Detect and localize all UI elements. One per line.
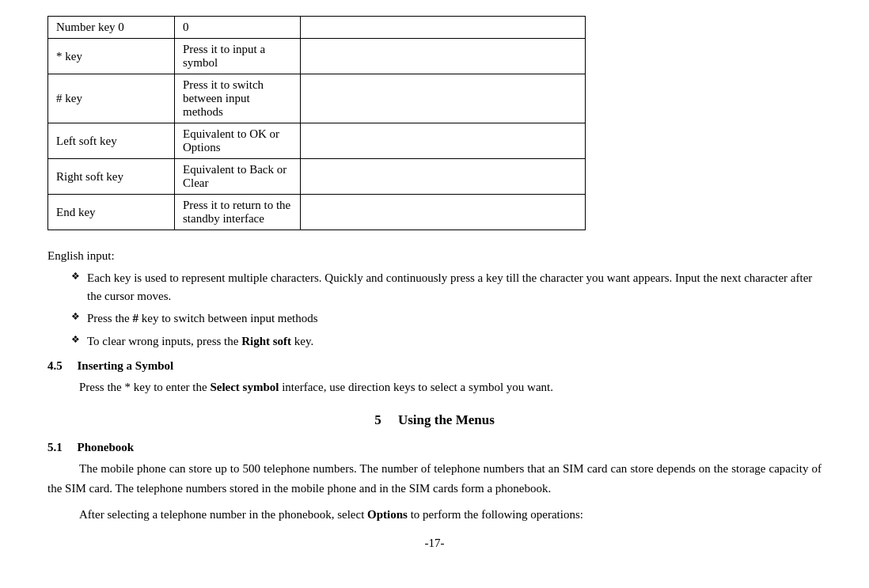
key-table: Number key 00* keyPress it to input a sy…	[47, 16, 586, 230]
table-cell-value: 0	[175, 17, 301, 39]
bullet-text-3: To clear wrong inputs, press the Right s…	[87, 335, 313, 347]
subsection-45-heading: 4.5 Inserting a Symbol	[47, 359, 822, 373]
table-cell-key: Left soft key	[48, 123, 175, 159]
subsection-51-title: Phonebook	[78, 441, 135, 453]
table-cell-empty	[301, 123, 586, 159]
table-row: Right soft keyEquivalent to Back or Clea…	[48, 159, 586, 195]
chapter5-number: 5	[374, 412, 381, 427]
table-row: End keyPress it to return to the standby…	[48, 195, 586, 230]
table-row: Left soft keyEquivalent to OK or Options	[48, 123, 586, 159]
table-cell-key: * key	[48, 39, 175, 74]
table-cell-value: Press it to return to the standby interf…	[175, 195, 301, 230]
table-cell-key: End key	[48, 195, 175, 230]
subsection-45-body: Press the * key to enter the Select symb…	[79, 377, 822, 396]
subsection-45: 4.5 Inserting a Symbol Press the * key t…	[47, 359, 822, 396]
subsection-51-number: 5.1	[47, 441, 63, 453]
subsection-51: 5.1 Phonebook The mobile phone can store…	[47, 441, 822, 524]
table-cell-empty	[301, 39, 586, 74]
table-row: Number key 00	[48, 17, 586, 39]
page-number: -17-	[47, 537, 822, 550]
subsection-45-number: 4.5	[47, 359, 63, 372]
table-row: * keyPress it to input a symbol	[48, 39, 586, 74]
bullet-list: Each key is used to represent multiple c…	[71, 269, 822, 350]
table-cell-empty	[301, 74, 586, 123]
table-row: # keyPress it to switch between input me…	[48, 74, 586, 123]
table-cell-value: Press it to input a symbol	[175, 39, 301, 74]
bullet-item-2: Press the # key to switch between input …	[71, 309, 822, 328]
table-cell-key: # key	[48, 74, 175, 123]
table-cell-value: Equivalent to Back or Clear	[175, 159, 301, 195]
table-cell-empty	[301, 195, 586, 230]
english-input-section: English input: Each key is used to repre…	[47, 249, 822, 350]
table-cell-key: Right soft key	[48, 159, 175, 195]
key-table-section: Number key 00* keyPress it to input a sy…	[47, 16, 822, 230]
subsection-45-title: Inserting a Symbol	[78, 359, 174, 372]
bullet-text-1: Each key is used to represent multiple c…	[87, 271, 812, 302]
subsection-51-para2: After selecting a telephone number in th…	[47, 505, 822, 525]
subsection-51-heading: 5.1 Phonebook	[47, 441, 822, 454]
chapter5-heading: 5 Using the Menus	[47, 412, 822, 428]
table-cell-empty	[301, 159, 586, 195]
table-cell-key: Number key 0	[48, 17, 175, 39]
bullet-text-2: Press the # key to switch between input …	[87, 312, 318, 324]
bullet-item-1: Each key is used to represent multiple c…	[71, 269, 822, 305]
subsection-51-para1: The mobile phone can store up to 500 tel…	[47, 459, 822, 499]
english-input-label: English input:	[47, 249, 822, 263]
table-cell-value: Equivalent to OK or Options	[175, 123, 301, 159]
table-cell-empty	[301, 17, 586, 39]
chapter5-title: Using the Menus	[398, 412, 495, 427]
table-cell-value: Press it to switch between input methods	[175, 74, 301, 123]
bullet-item-3: To clear wrong inputs, press the Right s…	[71, 332, 822, 351]
